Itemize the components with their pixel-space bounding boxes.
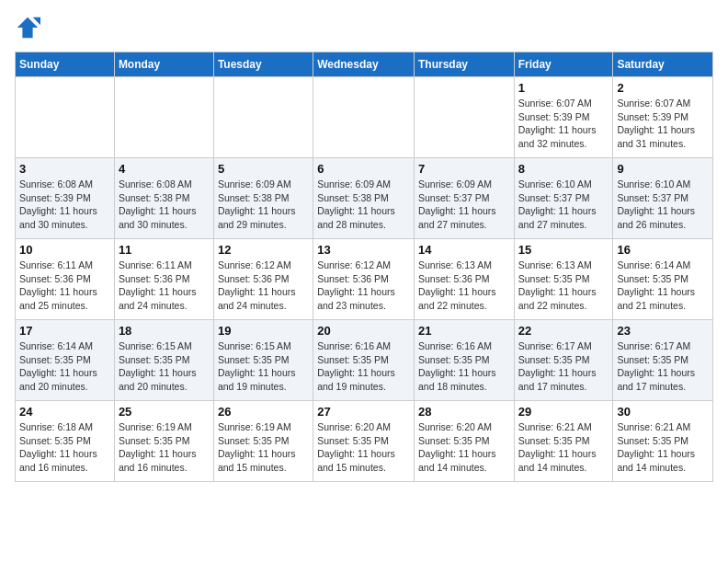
calendar-cell: 19Sunrise: 6:15 AM Sunset: 5:35 PM Dayli… [213, 320, 313, 401]
calendar-cell: 15Sunrise: 6:13 AM Sunset: 5:35 PM Dayli… [514, 239, 613, 320]
day-number: 8 [518, 162, 609, 176]
logo [15, 15, 44, 40]
day-info: Sunrise: 6:08 AM Sunset: 5:39 PM Dayligh… [19, 178, 110, 232]
day-info: Sunrise: 6:10 AM Sunset: 5:37 PM Dayligh… [518, 178, 609, 232]
calendar-cell: 20Sunrise: 6:16 AM Sunset: 5:35 PM Dayli… [313, 320, 415, 401]
day-info: Sunrise: 6:20 AM Sunset: 5:35 PM Dayligh… [418, 420, 510, 475]
calendar-cell: 7Sunrise: 6:09 AM Sunset: 5:37 PM Daylig… [414, 158, 514, 239]
calendar-cell [114, 77, 213, 158]
calendar-cell: 12Sunrise: 6:12 AM Sunset: 5:36 PM Dayli… [213, 239, 313, 320]
day-info: Sunrise: 6:12 AM Sunset: 5:36 PM Dayligh… [317, 259, 410, 313]
svg-marker-0 [17, 17, 38, 38]
day-info: Sunrise: 6:20 AM Sunset: 5:35 PM Dayligh… [317, 420, 410, 475]
day-info: Sunrise: 6:17 AM Sunset: 5:35 PM Dayligh… [617, 339, 709, 394]
calendar-cell: 1Sunrise: 6:07 AM Sunset: 5:39 PM Daylig… [514, 77, 613, 158]
day-info: Sunrise: 6:11 AM Sunset: 5:36 PM Dayligh… [119, 259, 210, 313]
day-number: 9 [617, 162, 709, 176]
day-info: Sunrise: 6:12 AM Sunset: 5:36 PM Dayligh… [218, 259, 309, 313]
day-number: 25 [119, 405, 210, 419]
day-number: 30 [617, 405, 709, 419]
day-number: 6 [317, 162, 410, 176]
day-number: 3 [19, 162, 110, 176]
calendar-cell: 9Sunrise: 6:10 AM Sunset: 5:37 PM Daylig… [613, 158, 713, 239]
calendar-cell [414, 77, 514, 158]
day-info: Sunrise: 6:07 AM Sunset: 5:39 PM Dayligh… [518, 97, 609, 151]
calendar-cell: 26Sunrise: 6:19 AM Sunset: 5:35 PM Dayli… [213, 401, 313, 482]
day-number: 14 [418, 243, 510, 257]
calendar-header-monday: Monday [114, 52, 213, 77]
calendar-cell: 18Sunrise: 6:15 AM Sunset: 5:35 PM Dayli… [114, 320, 213, 401]
day-number: 23 [617, 324, 709, 338]
calendar-cell: 8Sunrise: 6:10 AM Sunset: 5:37 PM Daylig… [514, 158, 613, 239]
day-number: 4 [119, 162, 210, 176]
calendar-cell: 21Sunrise: 6:16 AM Sunset: 5:35 PM Dayli… [414, 320, 514, 401]
calendar-cell: 22Sunrise: 6:17 AM Sunset: 5:35 PM Dayli… [514, 320, 613, 401]
day-number: 24 [19, 405, 110, 419]
day-number: 26 [218, 405, 309, 419]
calendar-week-row: 17Sunrise: 6:14 AM Sunset: 5:35 PM Dayli… [16, 320, 713, 401]
day-info: Sunrise: 6:07 AM Sunset: 5:39 PM Dayligh… [617, 97, 709, 151]
day-number: 22 [518, 324, 609, 338]
day-info: Sunrise: 6:09 AM Sunset: 5:38 PM Dayligh… [317, 178, 410, 232]
calendar-cell: 13Sunrise: 6:12 AM Sunset: 5:36 PM Dayli… [313, 239, 415, 320]
day-info: Sunrise: 6:21 AM Sunset: 5:35 PM Dayligh… [617, 420, 709, 475]
calendar-cell: 25Sunrise: 6:19 AM Sunset: 5:35 PM Dayli… [114, 401, 213, 482]
calendar-week-row: 24Sunrise: 6:18 AM Sunset: 5:35 PM Dayli… [16, 401, 713, 482]
day-number: 20 [317, 324, 410, 338]
day-info: Sunrise: 6:09 AM Sunset: 5:37 PM Dayligh… [418, 178, 510, 232]
calendar-cell: 16Sunrise: 6:14 AM Sunset: 5:35 PM Dayli… [613, 239, 713, 320]
calendar-cell: 28Sunrise: 6:20 AM Sunset: 5:35 PM Dayli… [414, 401, 514, 482]
day-number: 11 [119, 243, 210, 257]
day-info: Sunrise: 6:14 AM Sunset: 5:35 PM Dayligh… [19, 339, 110, 394]
day-number: 2 [617, 81, 709, 95]
day-number: 5 [218, 162, 309, 176]
day-number: 19 [218, 324, 309, 338]
day-info: Sunrise: 6:13 AM Sunset: 5:35 PM Dayligh… [518, 259, 609, 313]
day-number: 27 [317, 405, 410, 419]
day-info: Sunrise: 6:14 AM Sunset: 5:35 PM Dayligh… [617, 259, 709, 313]
calendar-cell [16, 77, 115, 158]
calendar-cell: 3Sunrise: 6:08 AM Sunset: 5:39 PM Daylig… [16, 158, 115, 239]
calendar-cell: 6Sunrise: 6:09 AM Sunset: 5:38 PM Daylig… [313, 158, 415, 239]
day-info: Sunrise: 6:17 AM Sunset: 5:35 PM Dayligh… [518, 339, 609, 394]
calendar-cell: 5Sunrise: 6:09 AM Sunset: 5:38 PM Daylig… [213, 158, 313, 239]
calendar-header-thursday: Thursday [414, 52, 514, 77]
calendar-week-row: 1Sunrise: 6:07 AM Sunset: 5:39 PM Daylig… [16, 77, 713, 158]
day-number: 7 [418, 162, 510, 176]
day-number: 13 [317, 243, 410, 257]
calendar-cell: 24Sunrise: 6:18 AM Sunset: 5:35 PM Dayli… [16, 401, 115, 482]
day-info: Sunrise: 6:16 AM Sunset: 5:35 PM Dayligh… [418, 339, 510, 394]
logo-icon [15, 15, 40, 40]
day-info: Sunrise: 6:19 AM Sunset: 5:35 PM Dayligh… [218, 420, 309, 475]
day-number: 16 [617, 243, 709, 257]
day-info: Sunrise: 6:18 AM Sunset: 5:35 PM Dayligh… [19, 420, 110, 475]
day-info: Sunrise: 6:15 AM Sunset: 5:35 PM Dayligh… [218, 339, 309, 394]
calendar-cell: 14Sunrise: 6:13 AM Sunset: 5:36 PM Dayli… [414, 239, 514, 320]
day-info: Sunrise: 6:08 AM Sunset: 5:38 PM Dayligh… [119, 178, 210, 232]
calendar-body: 1Sunrise: 6:07 AM Sunset: 5:39 PM Daylig… [16, 77, 713, 482]
calendar-week-row: 10Sunrise: 6:11 AM Sunset: 5:36 PM Dayli… [16, 239, 713, 320]
day-number: 12 [218, 243, 309, 257]
calendar-header-saturday: Saturday [613, 52, 713, 77]
day-info: Sunrise: 6:13 AM Sunset: 5:36 PM Dayligh… [418, 259, 510, 313]
day-number: 21 [418, 324, 510, 338]
day-number: 18 [119, 324, 210, 338]
calendar-cell: 2Sunrise: 6:07 AM Sunset: 5:39 PM Daylig… [613, 77, 713, 158]
day-number: 17 [19, 324, 110, 338]
calendar-cell [313, 77, 415, 158]
day-number: 29 [518, 405, 609, 419]
calendar-header-row: SundayMondayTuesdayWednesdayThursdayFrid… [16, 52, 713, 77]
calendar-table: SundayMondayTuesdayWednesdayThursdayFrid… [15, 52, 713, 482]
calendar-week-row: 3Sunrise: 6:08 AM Sunset: 5:39 PM Daylig… [16, 158, 713, 239]
calendar-cell: 11Sunrise: 6:11 AM Sunset: 5:36 PM Dayli… [114, 239, 213, 320]
day-number: 1 [518, 81, 609, 95]
calendar-cell: 17Sunrise: 6:14 AM Sunset: 5:35 PM Dayli… [16, 320, 115, 401]
calendar-cell [213, 77, 313, 158]
header [15, 15, 713, 40]
day-info: Sunrise: 6:21 AM Sunset: 5:35 PM Dayligh… [518, 420, 609, 475]
day-info: Sunrise: 6:09 AM Sunset: 5:38 PM Dayligh… [218, 178, 309, 232]
calendar-cell: 30Sunrise: 6:21 AM Sunset: 5:35 PM Dayli… [613, 401, 713, 482]
calendar-header-wednesday: Wednesday [313, 52, 415, 77]
calendar-cell: 29Sunrise: 6:21 AM Sunset: 5:35 PM Dayli… [514, 401, 613, 482]
calendar-header-sunday: Sunday [16, 52, 115, 77]
